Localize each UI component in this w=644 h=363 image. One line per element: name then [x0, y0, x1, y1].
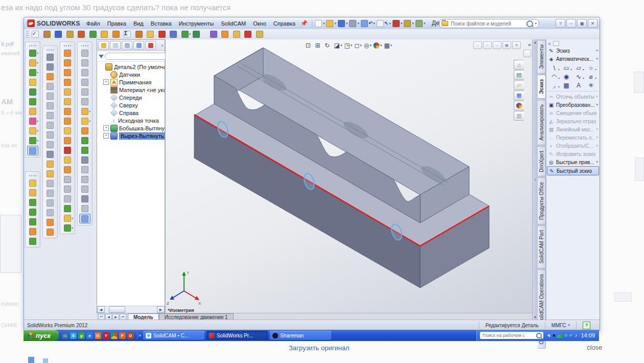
command-tab[interactable]: Эскиз — [538, 75, 546, 99]
tool-icon[interactable]: ▾ — [392, 19, 403, 28]
task-pane-tab-icon[interactable]: ▦ — [514, 90, 524, 100]
sketch-command[interactable]: ✎ Исправить эскиз — [547, 150, 599, 158]
sketch-entity-icon[interactable]: ◞▾ — [548, 81, 560, 89]
manager-tab[interactable] — [133, 41, 144, 50]
tool-icon[interactable] — [62, 49, 73, 57]
view-tool-icon[interactable]: ↻▾ — [324, 41, 333, 50]
tool-icon[interactable] — [27, 146, 38, 155]
tool-icon[interactable] — [28, 87, 38, 96]
sketch-command[interactable]: ✎ Быстрый эскиз — [547, 166, 599, 175]
tool-icon[interactable] — [45, 53, 55, 61]
tool-icon[interactable] — [28, 217, 38, 226]
tray-icon[interactable]: ○ — [564, 333, 567, 338]
manager-tab[interactable] — [98, 41, 109, 50]
tool-icon[interactable] — [28, 237, 38, 245]
tool-icon[interactable] — [45, 111, 55, 120]
sketch-command[interactable]: ◭ Зеркально отраз... — [547, 117, 599, 125]
tool-icon[interactable]: ▾ — [134, 30, 146, 39]
tool-icon[interactable] — [28, 178, 38, 187]
tool-icon[interactable]: ▾ — [203, 30, 209, 39]
tree-item[interactable]: Вырез-Вытянуть1 — [98, 132, 165, 140]
desktop-search-input[interactable] — [481, 332, 535, 338]
tool-icon[interactable] — [62, 97, 73, 106]
command-tab[interactable]: SolidCAM Operations — [538, 269, 546, 328]
tool-icon[interactable] — [80, 204, 90, 213]
command-tab[interactable]: Продукты Office — [538, 177, 546, 224]
close-button[interactable]: ✕ — [588, 19, 597, 28]
quick-launch-icon[interactable]: Y — [103, 332, 109, 339]
view-tool-icon[interactable]: ▦▾ — [383, 41, 393, 50]
viewport-window-button[interactable]: ▫ — [473, 41, 482, 49]
tool-icon[interactable] — [62, 165, 73, 174]
tree-item[interactable]: Примечания — [98, 78, 165, 86]
task-pane-tab-icon[interactable]: ▤ — [514, 70, 524, 80]
tool-icon[interactable]: ▾ — [337, 19, 349, 28]
tool-icon[interactable]: ▾ — [180, 30, 192, 39]
tree-item[interactable]: Бобышка-Вытянуть — [98, 124, 165, 132]
tool-icon[interactable] — [28, 227, 38, 236]
command-tab[interactable]: Элементы — [538, 40, 546, 74]
quick-launch-icon[interactable]: D — [127, 332, 134, 339]
tool-icon[interactable]: ▾ — [77, 30, 88, 39]
sketch-entity-icon[interactable]: ◠▾ — [548, 72, 560, 81]
quick-launch-icon[interactable]: µ — [78, 332, 85, 339]
command-tab[interactable]: SolidCAM Part — [538, 225, 546, 268]
task-pane-tab-icon[interactable]: ▱ — [514, 80, 524, 90]
tool-icon[interactable]: ↖▾ — [376, 19, 392, 28]
tray-icon[interactable]: ♪ — [574, 333, 577, 338]
tree-item[interactable]: Материал <не указ — [98, 86, 165, 94]
tray-icon[interactable]: ✔ — [569, 333, 573, 338]
tool-icon[interactable] — [62, 78, 73, 86]
tool-icon[interactable] — [80, 126, 90, 135]
last-tab-button[interactable]: ⏭ — [120, 314, 126, 320]
sketch-command[interactable]: ✎ Эскиз ▾ — [547, 47, 599, 55]
tool-icon[interactable] — [28, 97, 38, 106]
tool-icon[interactable] — [62, 58, 73, 67]
tool-icon[interactable] — [62, 223, 73, 232]
tray-icon[interactable] — [557, 333, 563, 338]
graphics-viewport[interactable]: Y X Z ⊡▾ ⊞▾ ↻▾ — [165, 39, 532, 313]
taskbar-window-button[interactable]: Shareman — [270, 331, 331, 340]
tool-icon[interactable] — [28, 208, 38, 216]
toolbar-grip[interactable] — [26, 31, 29, 38]
collapse-chevron[interactable]: « — [528, 41, 531, 48]
tool-icon[interactable] — [45, 189, 55, 197]
tool-icon[interactable]: ▾ — [146, 30, 157, 39]
tool-icon[interactable]: ▾ — [111, 30, 123, 39]
tool-icon[interactable]: ▾ — [220, 30, 232, 39]
tool-icon[interactable]: ▾ — [314, 19, 326, 28]
tool-icon[interactable]: ▾ — [192, 30, 203, 39]
view-tool-icon[interactable]: ◪▾ — [334, 41, 343, 50]
tool-icon[interactable] — [45, 218, 55, 226]
tool-icon[interactable] — [62, 126, 73, 135]
tree-item[interactable]: Сверху — [98, 101, 165, 109]
quick-tips-icon[interactable]: ? — [583, 322, 590, 329]
help-button[interactable]: ? — [556, 19, 565, 28]
tool-icon[interactable] — [80, 97, 90, 106]
tool-icon[interactable] — [80, 146, 90, 154]
view-tool-icon[interactable]: ●▾ — [373, 41, 383, 50]
tool-icon[interactable]: ▾ — [243, 30, 255, 39]
tool-icon[interactable] — [62, 136, 73, 145]
view-tool-icon[interactable]: ◻▾ — [354, 41, 362, 50]
tool-icon[interactable] — [80, 107, 90, 116]
menu-item[interactable]: SolidCAM — [218, 19, 249, 28]
status-units[interactable]: ММГС▾ — [545, 322, 576, 329]
sketch-entity-icon[interactable]: ∿▾ — [572, 72, 585, 81]
panel-collapse-chevron[interactable]: « — [548, 41, 551, 47]
tool-icon[interactable] — [80, 68, 90, 77]
taskbar-window-button[interactable]: SolidCAM • C... — [143, 331, 204, 340]
tool-icon[interactable] — [28, 107, 38, 116]
next-tab-button[interactable]: ▶ — [112, 314, 119, 320]
sketch-command[interactable]: ◎ Быстрые прив... ▾ — [547, 158, 599, 166]
view-tool-icon[interactable]: ◳▾ — [343, 41, 353, 50]
tool-icon[interactable] — [28, 78, 38, 86]
tool-icon[interactable]: ▾ — [209, 30, 221, 39]
sketch-command[interactable]: ◈ Автоматическ... ▾ — [547, 55, 599, 63]
tool-icon[interactable] — [45, 121, 55, 129]
tool-icon[interactable]: ✓▾ — [31, 30, 42, 39]
sketch-entity-icon[interactable]: ▱▾ — [572, 63, 585, 72]
tool-icon[interactable] — [28, 188, 38, 197]
tool-icon[interactable]: ▾ — [157, 30, 169, 39]
search-input[interactable] — [450, 20, 525, 27]
